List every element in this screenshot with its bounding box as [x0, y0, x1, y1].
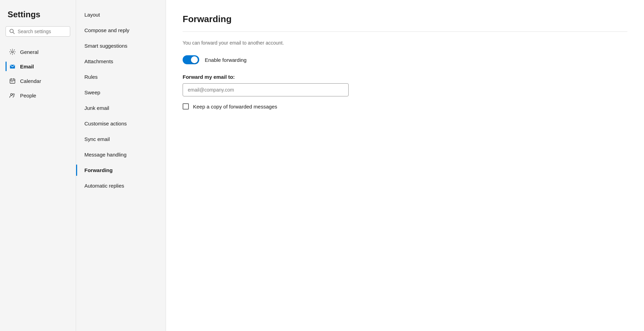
search-input[interactable]: [18, 29, 66, 34]
keep-copy-row[interactable]: Keep a copy of forwarded messages: [183, 103, 627, 110]
gear-icon: [9, 48, 16, 55]
main-content: Forwarding You can forward your email to…: [166, 0, 644, 331]
page-title: Forwarding: [183, 14, 627, 25]
people-icon: [9, 92, 16, 99]
svg-point-10: [11, 94, 12, 95]
sidebar-item-calendar[interactable]: Calendar: [6, 74, 70, 88]
middle-item-sync-email[interactable]: Sync email: [76, 131, 166, 147]
search-box[interactable]: [6, 26, 70, 37]
middle-item-forwarding[interactable]: Forwarding: [76, 162, 166, 178]
keep-copy-checkbox[interactable]: [183, 103, 189, 110]
middle-item-smart-suggestions[interactable]: Smart suggestions: [76, 38, 166, 54]
email-field-label: Forward my email to:: [183, 74, 627, 80]
enable-forwarding-toggle[interactable]: [183, 55, 199, 64]
enable-forwarding-row: Enable forwarding: [183, 55, 627, 64]
subtitle: You can forward your email to another ac…: [183, 40, 627, 46]
middle-item-junk-email[interactable]: Junk email: [76, 100, 166, 116]
svg-rect-9: [12, 81, 13, 82]
sidebar-item-general-label: General: [20, 49, 38, 55]
svg-point-11: [13, 94, 15, 95]
sidebar-item-email[interactable]: Email: [6, 59, 70, 73]
middle-item-customise-actions[interactable]: Customise actions: [76, 116, 166, 131]
middle-item-layout[interactable]: Layout: [76, 7, 166, 22]
sidebar-item-general[interactable]: General: [6, 45, 70, 59]
middle-item-automatic-replies[interactable]: Automatic replies: [76, 178, 166, 193]
search-icon: [9, 29, 15, 34]
sidebar-item-people-label: People: [20, 93, 36, 98]
svg-line-1: [13, 32, 15, 34]
toggle-track: [183, 55, 199, 64]
enable-forwarding-label: Enable forwarding: [205, 57, 247, 63]
sidebar-item-email-label: Email: [20, 64, 34, 69]
middle-column: Layout Compose and reply Smart suggestio…: [76, 0, 166, 331]
toggle-thumb: [191, 56, 198, 63]
email-icon: [9, 63, 16, 70]
sidebar-item-calendar-label: Calendar: [20, 78, 41, 84]
svg-rect-8: [11, 81, 12, 82]
svg-point-2: [11, 51, 13, 53]
middle-item-sweep[interactable]: Sweep: [76, 85, 166, 100]
middle-item-compose-reply[interactable]: Compose and reply: [76, 22, 166, 38]
sidebar: Settings General: [0, 0, 76, 331]
svg-rect-4: [10, 79, 15, 84]
forward-email-input[interactable]: [183, 83, 349, 96]
sidebar-nav: General Email: [6, 45, 70, 102]
middle-item-rules[interactable]: Rules: [76, 69, 166, 85]
sidebar-item-people[interactable]: People: [6, 88, 70, 102]
keep-copy-label: Keep a copy of forwarded messages: [193, 104, 277, 110]
calendar-icon: [9, 77, 16, 84]
middle-item-message-handling[interactable]: Message handling: [76, 147, 166, 162]
divider: [183, 31, 627, 32]
middle-item-attachments[interactable]: Attachments: [76, 54, 166, 69]
app-title: Settings: [6, 10, 70, 19]
